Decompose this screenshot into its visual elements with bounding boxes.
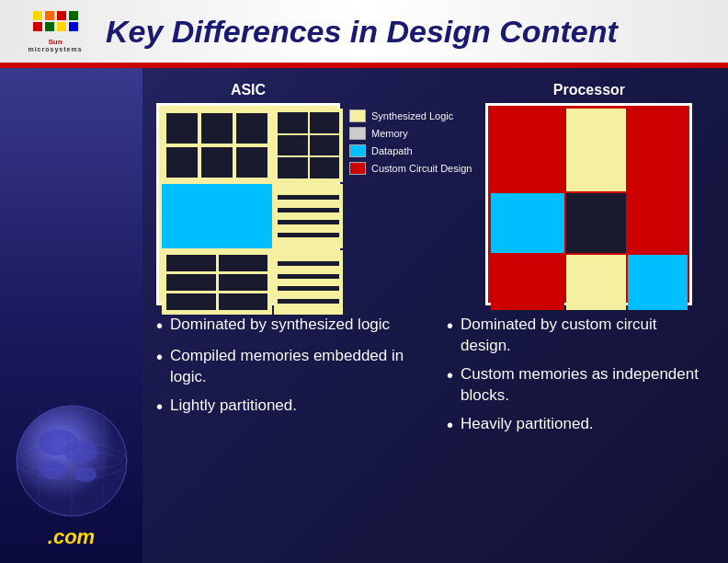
logo-sq5 [33,22,42,31]
legend-color-memory [349,127,366,140]
proc-cell [628,109,688,191]
bullets-row: • Dominated by synthesized logic • Compi… [156,315,700,445]
logo-subtext: microsystems [28,46,82,52]
proc-bullet-3: • Heavily partitioned. [447,414,700,438]
bullet-dot-3: • [156,395,163,419]
main-content: ASIC [0,68,728,563]
legend-label-synthesized: Synthesized Logic [371,110,453,121]
legend-color-custom [349,162,366,175]
proc-cell [566,193,626,253]
legend-label-datapath: Datapath [371,145,413,156]
bullet-dot-2: • [156,345,163,370]
processor-section: Processor [485,82,692,305]
proc-cell [491,255,564,310]
asic-mr [274,184,343,248]
asic-line [278,195,339,200]
proc-bullet-text-3: Heavily partitioned. [461,414,594,435]
legend-color-synthesized [349,109,366,122]
proc-cell [628,193,688,253]
asic-block [219,293,268,310]
proc-cell [566,109,626,191]
proc-bullet-dot-3: • [447,413,453,438]
proc-cell [491,109,564,191]
proc-bullet-1: • Dominated by custom circuit design. [447,315,700,357]
asic-tl [162,109,272,182]
proc-cell [566,255,626,310]
legend-item-custom: Custom Circuit Design [349,162,472,175]
asic-line [278,208,339,213]
asic-bullet-text-1: Dominated by synthesized logic [170,315,390,336]
legend-item-datapath: Datapath [349,144,472,157]
asic-bullet-1: • Dominated by synthesized logic [156,315,410,339]
asic-block [201,113,233,144]
asic-bullet-text-2: Compiled memories embedded in logic. [170,346,410,388]
legend-color-datapath [349,144,366,157]
proc-bullet-dot-1: • [447,314,453,339]
logo-sq7 [57,22,66,31]
asic-block [310,157,340,178]
logo-sq3 [57,11,66,20]
asic-block [310,135,340,156]
legend-item-synthesized: Synthesized Logic [349,109,472,122]
bullet-dot-1: • [156,314,163,339]
processor-diagram [485,103,692,305]
processor-bullets: • Dominated by custom circuit design. • … [428,315,700,445]
legend-label-memory: Memory [371,128,408,139]
sun-logo: Sun microsystems [18,8,92,54]
asic-block [278,135,308,156]
slide-title: Key Differences in Design Content [106,14,618,50]
asic-block [166,255,216,271]
proc-bullet-2: • Custom memories as independent blocks. [447,364,700,407]
asic-line [278,220,339,224]
asic-block [278,112,308,133]
asic-block [236,147,267,178]
processor-label: Processor [553,82,625,98]
asic-block [278,157,308,178]
logo-brand: Sun [48,38,62,46]
slide: Sun microsystems Key Differences in Desi… [0,0,728,563]
asic-diagram [156,103,340,305]
asic-block [166,113,198,144]
legend-item-memory: Memory [349,127,472,140]
legend-label-custom: Custom Circuit Design [371,163,472,174]
asic-bullet-3: • Lightly partitioned. [156,396,410,419]
proc-bullet-text-1: Dominated by custom circuit design. [461,315,700,357]
diagrams-row: ASIC [156,82,700,305]
asic-block [219,274,268,291]
asic-block [166,293,216,310]
asic-line [278,274,339,279]
asic-section: ASIC [156,82,340,305]
logo-sq1 [33,11,42,20]
logo-sq4 [69,11,78,20]
asic-line [278,299,339,304]
asic-bl [162,250,272,315]
legend: Synthesized Logic Memory Datapath Custom… [349,109,472,175]
proc-cell [628,255,688,310]
logo-sq2 [45,11,54,20]
asic-block [236,113,267,144]
asic-block [219,255,268,271]
asic-block [201,147,233,178]
header: Sun microsystems Key Differences in Desi… [0,0,728,63]
logo-sq8 [69,22,78,31]
asic-block [310,112,340,133]
proc-cell [491,193,564,253]
asic-datapath [162,184,272,248]
asic-line [278,286,339,291]
asic-bullet-2: • Compiled memories embedded in logic. [156,346,410,388]
proc-bullet-dot-2: • [447,363,453,388]
asic-br [274,250,343,315]
proc-bullet-text-2: Custom memories as independent blocks. [461,364,700,407]
asic-block [166,147,198,178]
asic-bullet-text-3: Lightly partitioned. [170,396,297,417]
asic-bullets: • Dominated by synthesized logic • Compi… [156,315,428,445]
asic-label: ASIC [231,82,266,98]
asic-line [278,233,339,237]
logo-sq6 [45,22,54,31]
asic-tr [274,109,343,182]
asic-block [166,274,216,291]
asic-line [278,261,339,266]
